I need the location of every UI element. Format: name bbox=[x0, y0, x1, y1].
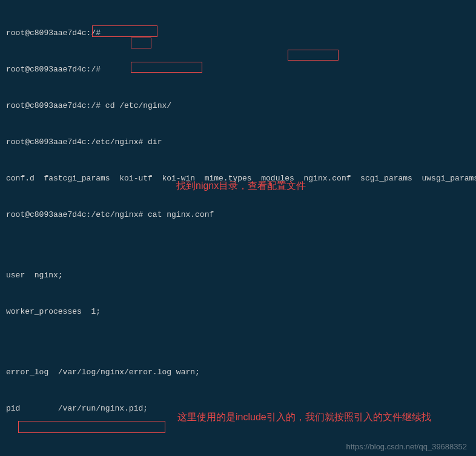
command: dir bbox=[148, 137, 162, 147]
config-line: error_log /var/log/nginx/error.log warn; bbox=[6, 366, 470, 378]
prompt: root@c8093aae7d4c:/etc/nginx# bbox=[6, 137, 148, 147]
prompt-line: root@c8093aae7d4c:/# cd /etc/nginx/ bbox=[6, 100, 470, 112]
prompt-line: root@c8093aae7d4c:/etc/nginx# cat nginx.… bbox=[6, 209, 470, 221]
command: cd /etc/nginx/ bbox=[105, 101, 171, 110]
watermark: https://blog.csdn.net/qq_39688352 bbox=[346, 442, 468, 451]
config-line: user nginx; bbox=[6, 269, 470, 282]
prompt: root@c8093aae7d4c:/etc/nginx# bbox=[6, 210, 148, 219]
prompt-line: root@c8093aae7d4c:/# bbox=[6, 27, 470, 39]
config-line: pid /var/run/nginx.pid; bbox=[6, 403, 470, 415]
dir-output: conf.d fastcgi_params koi-utf koi-win mi… bbox=[6, 173, 470, 185]
config-line: worker_processes 1; bbox=[6, 306, 470, 318]
terminal-output[interactable]: root@c8093aae7d4c:/# root@c8093aae7d4c:/… bbox=[6, 3, 470, 456]
prompt-line: root@c8093aae7d4c:/# bbox=[6, 64, 470, 76]
command: cat nginx.conf bbox=[148, 210, 214, 219]
prompt: root@c8093aae7d4c:/# bbox=[6, 101, 105, 110]
prompt-line: root@c8093aae7d4c:/etc/nginx# dir bbox=[6, 136, 470, 148]
